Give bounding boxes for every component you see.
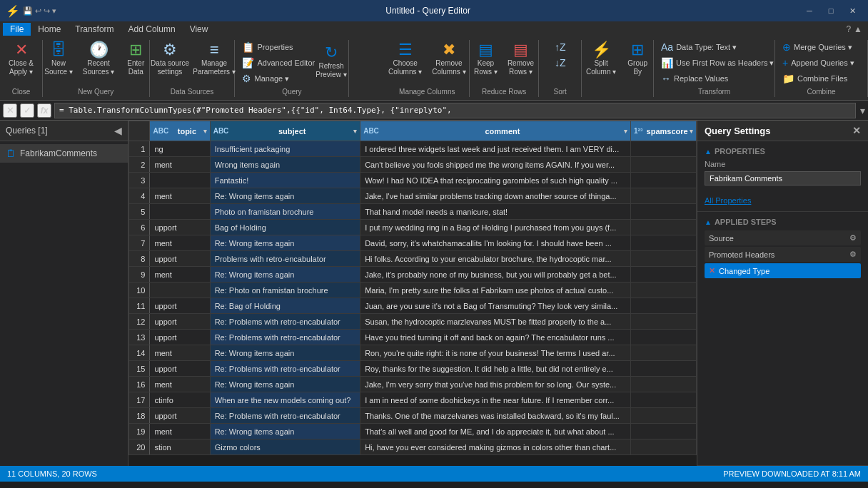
table-row[interactable]: 2 ment Wrong items again Can't believe y… [129, 157, 697, 173]
table-row[interactable]: 16 ment Re: Wrong items again Jake, I'm … [129, 377, 697, 392]
table-row[interactable]: 18 upport Re: Problems with retro-encabu… [129, 408, 697, 424]
col-header-spamscore[interactable]: 1²³ spamscore ▾ [631, 121, 697, 141]
spamscore-col-dropdown[interactable]: ▾ [690, 128, 693, 135]
minimize-button[interactable]: ─ [799, 4, 819, 18]
remove-columns-button[interactable]: ✖ RemoveColumns ▾ [428, 40, 470, 78]
properties-arrow-icon: ▲ [705, 148, 712, 156]
table-row[interactable]: 11 upport Re: Bag of Holding Juan, are y… [129, 298, 697, 314]
query-item-fabrikam[interactable]: 🗒 FabrikamComments [0, 144, 128, 163]
sort-asc-button[interactable]: ↑Z [552, 40, 569, 54]
table-row[interactable]: 10 Re: Photo on framistan brochure Maria… [129, 283, 697, 298]
applied-steps-header: ▲ APPLIED STEPS [705, 218, 861, 226]
table-row[interactable]: 14 ment Re: Wrong items again Ron, you'r… [129, 345, 697, 361]
formula-fx-button[interactable]: fx [37, 103, 51, 118]
transform-group-items: Aa Data Type: Text ▾ 📊 Use First Row as … [658, 40, 770, 86]
data-grid[interactable]: ABC topic ▾ ABC subject ▾ [128, 121, 697, 466]
cell-comment: I put my wedding ring in a Bag of Holdin… [360, 220, 631, 235]
step-gear-icon[interactable]: ⚙ [849, 250, 857, 259]
formula-input[interactable] [54, 103, 856, 118]
all-properties-link[interactable]: All Properties [705, 196, 751, 205]
cell-subject: Re: Problems with retro-encabulator [210, 330, 360, 345]
settings-close-button[interactable]: ✕ [852, 125, 861, 136]
cell-subject: Fantastic! [210, 173, 360, 188]
menu-home[interactable]: Home [31, 23, 68, 36]
menu-add-column[interactable]: Add Column [121, 23, 183, 36]
window-controls[interactable]: ─ □ ✕ [799, 4, 862, 18]
cell-topic: upport [150, 361, 210, 377]
cell-spamscore [631, 361, 697, 377]
formula-confirm-button[interactable]: ✓ [20, 103, 34, 118]
table-row[interactable]: 9 ment Re: Wrong items again Jake, it's … [129, 267, 697, 283]
formula-cancel-button[interactable]: ✕ [3, 103, 17, 118]
table-row[interactable]: 3 Fantastic! Wow! I had NO IDEA that rec… [129, 173, 697, 188]
combine-group-items: ⊕ Merge Queries ▾ + Append Queries ▾ 📁 C… [779, 40, 863, 86]
subject-type-icon: ABC [213, 127, 229, 135]
formula-expand-button[interactable]: ▾ [860, 105, 865, 116]
queries-collapse-button[interactable]: ◀ [114, 125, 122, 136]
step-item-promoted-headers[interactable]: Promoted Headers ⚙ [705, 247, 861, 262]
group-by-button[interactable]: ⊞ GroupBy [622, 40, 653, 78]
use-first-row-button[interactable]: 📊 Use First Row as Headers ▾ [658, 56, 770, 70]
table-row[interactable]: 12 upport Re: Problems with retro-encabu… [129, 314, 697, 330]
cell-comment: Jake, I've had similar problems tracking… [360, 188, 631, 204]
table-row[interactable]: 13 upport Re: Problems with retro-encabu… [129, 330, 697, 345]
table-row[interactable]: 4 ment Re: Wrong items again Jake, I've … [129, 188, 697, 204]
col-header-comment[interactable]: ABC comment ▾ [360, 121, 631, 141]
table-row[interactable]: 19 ment Re: Wrong items again That's all… [129, 424, 697, 439]
keep-rows-button[interactable]: ▤ KeepRows ▾ [470, 40, 502, 78]
table-row[interactable]: 7 ment Re: Wrong items again David, sorr… [129, 235, 697, 251]
row-number: 3 [129, 173, 150, 188]
cell-topic: upport [150, 220, 210, 235]
replace-values-button[interactable]: ↔ Replace Values [658, 71, 770, 86]
cell-subject: Re: Wrong items again [210, 345, 360, 361]
step-item-changed-type[interactable]: ✕ Changed Type [705, 263, 861, 278]
combine-files-button[interactable]: 📁 Combine Files [779, 71, 863, 86]
data-source-settings-button[interactable]: ⚙ Data sourcesettings [148, 40, 191, 78]
recent-sources-button[interactable]: 🕐 RecentSources ▾ [79, 40, 118, 78]
col-header-subject[interactable]: ABC subject ▾ [210, 121, 360, 141]
new-source-button[interactable]: 🗄 NewSource ▾ [40, 40, 76, 78]
refresh-preview-button[interactable]: ↻ RefreshPreview ▾ [311, 43, 350, 81]
new-source-icon: 🗄 [51, 42, 66, 58]
comment-col-dropdown[interactable]: ▾ [624, 128, 627, 135]
topic-type-icon: ABC [153, 127, 168, 135]
append-queries-button[interactable]: + Append Queries ▾ [779, 56, 863, 70]
sort-desc-button[interactable]: ↓Z [552, 56, 569, 70]
step-item-source[interactable]: Source ⚙ [705, 230, 861, 245]
data-type-button[interactable]: Aa Data Type: Text ▾ [658, 40, 770, 54]
table-row[interactable]: 15 upport Re: Problems with retro-encabu… [129, 361, 697, 377]
cell-topic [150, 283, 210, 298]
table-row[interactable]: 20 stion Gizmo colors Hi, have you ever … [129, 439, 697, 455]
name-input[interactable] [705, 171, 861, 185]
remove-rows-button[interactable]: ▤ RemoveRows ▾ [503, 40, 538, 78]
combine-files-label: Combine Files [797, 74, 847, 83]
col-header-topic[interactable]: ABC topic ▾ [150, 121, 210, 141]
cell-spamscore [631, 392, 697, 408]
cell-comment: Wow! I had NO IDEA that reciprocating ga… [360, 173, 631, 188]
cell-subject: Problems with retro-encabulator [210, 251, 360, 267]
ribbon-collapse[interactable]: ▲ [854, 24, 862, 34]
table-row[interactable]: 6 upport Bag of Holding I put my wedding… [129, 220, 697, 235]
merge-queries-button[interactable]: ⊕ Merge Queries ▾ [779, 40, 863, 54]
topic-col-dropdown[interactable]: ▾ [203, 128, 207, 135]
table-row[interactable]: 8 upport Problems with retro-encabulator… [129, 251, 697, 267]
close-apply-button[interactable]: ✕ Close &Apply ▾ [4, 40, 38, 78]
cell-spamscore [631, 439, 697, 455]
split-column-button[interactable]: ⚡ SplitColumn ▾ [582, 40, 620, 78]
menu-transform[interactable]: Transform [68, 23, 121, 36]
subject-col-dropdown[interactable]: ▾ [353, 128, 357, 135]
maximize-button[interactable]: □ [821, 4, 841, 18]
table-row[interactable]: 5 Photo on framistan brochure That hand … [129, 204, 697, 220]
choose-columns-button[interactable]: ☰ ChooseColumns ▾ [384, 40, 426, 78]
enter-data-button[interactable]: ⊞ EnterData [120, 40, 151, 78]
split-column-icon: ⚡ [592, 42, 611, 58]
step-gear-icon[interactable]: ⚙ [849, 233, 857, 243]
table-row[interactable]: 1 ng Insufficient packaging I ordered th… [129, 141, 697, 157]
menu-file[interactable]: File [3, 23, 31, 36]
ribbon: ✕ Close &Apply ▾ Close 🗄 NewSource ▾ 🕐 R… [0, 37, 868, 101]
help-button[interactable]: ? [846, 24, 851, 34]
close-button[interactable]: ✕ [842, 4, 862, 18]
manage-parameters-button[interactable]: ≡ ManageParameters ▾ [193, 40, 236, 78]
table-row[interactable]: 17 ctinfo When are the new models coming… [129, 392, 697, 408]
menu-view[interactable]: View [183, 23, 216, 36]
